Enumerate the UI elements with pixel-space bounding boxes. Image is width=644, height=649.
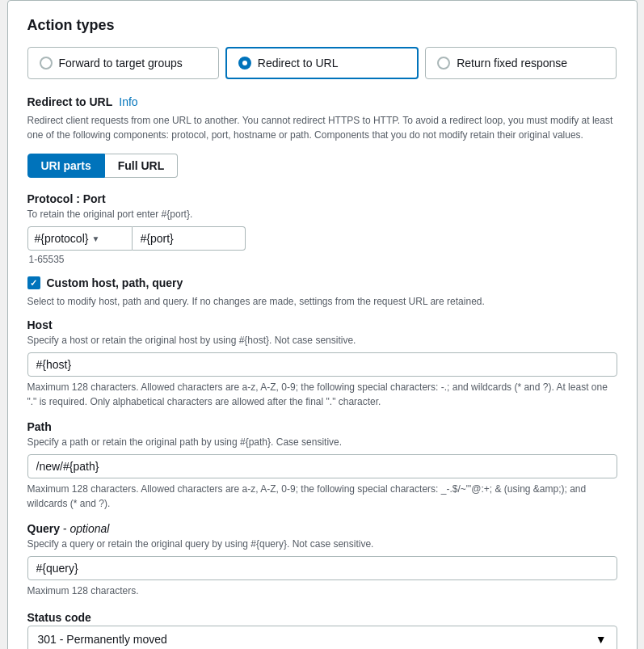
query-label-row: Query - optional: [27, 522, 617, 535]
radio-fixed-icon: [437, 57, 450, 70]
query-label-text: Query: [27, 522, 60, 535]
protocol-port-row: #{protocol} ▼: [27, 226, 617, 251]
query-optional-text: - optional: [63, 522, 110, 535]
info-link[interactable]: Info: [119, 95, 137, 108]
host-input[interactable]: [27, 352, 617, 377]
action-type-redirect-label: Redirect to URL: [258, 57, 339, 70]
path-section: Path Specify a path or retain the origin…: [27, 420, 617, 511]
query-section: Query - optional Specify a query or reta…: [27, 522, 617, 598]
protocol-value: #{protocol}: [35, 232, 89, 245]
query-input[interactable]: [27, 556, 617, 580]
action-types-panel: Action types Forward to target groups Re…: [7, 0, 638, 649]
action-type-forward-button[interactable]: Forward to target groups: [27, 47, 219, 79]
custom-host-desc: Select to modify host, path and query. I…: [27, 294, 617, 309]
action-type-fixed-label: Return fixed response: [457, 57, 567, 70]
custom-host-label: Custom host, path, query: [47, 276, 183, 289]
panel-title: Action types: [27, 17, 617, 34]
action-type-forward-label: Forward to target groups: [59, 57, 183, 70]
radio-forward-icon: [40, 57, 53, 70]
redirect-section-label: Redirect to URL: [27, 95, 113, 108]
protocol-port-hint: To retain the original port enter #{port…: [27, 207, 617, 221]
radio-redirect-icon: [238, 57, 251, 70]
protocol-port-label: Protocol : Port: [27, 192, 617, 205]
custom-host-checkbox-row: Custom host, path, query: [27, 276, 617, 289]
port-input[interactable]: [133, 226, 246, 251]
host-hint: Specify a host or retain the original ho…: [27, 333, 617, 348]
action-types-row: Forward to target groups Redirect to URL…: [27, 47, 617, 79]
query-hint: Specify a query or retain the original q…: [27, 537, 617, 551]
port-range-hint: 1-65535: [27, 254, 617, 265]
path-input-hint: Maximum 128 characters. Allowed characte…: [27, 482, 617, 511]
path-label: Path: [27, 420, 617, 433]
tab-row: URI parts Full URL: [27, 154, 617, 178]
action-type-redirect-button[interactable]: Redirect to URL: [225, 47, 419, 79]
status-dropdown-arrow-icon: ▼: [596, 633, 607, 646]
redirect-description: Redirect client requests from one URL to…: [27, 113, 617, 142]
protocol-dropdown-arrow-icon: ▼: [91, 234, 99, 243]
redirect-header: Redirect to URL Info: [27, 95, 617, 108]
protocol-select[interactable]: #{protocol} ▼: [27, 226, 133, 251]
query-input-hint: Maximum 128 characters.: [27, 584, 617, 598]
action-type-fixed-button[interactable]: Return fixed response: [425, 47, 617, 79]
protocol-port-section: Protocol : Port To retain the original p…: [27, 192, 617, 265]
host-input-hint: Maximum 128 characters. Allowed characte…: [27, 380, 617, 409]
tab-uri-parts[interactable]: URI parts: [27, 154, 105, 178]
query-label: Query - optional: [27, 522, 110, 535]
custom-host-checkbox[interactable]: [27, 276, 40, 289]
path-input[interactable]: [27, 454, 617, 478]
tab-full-url[interactable]: Full URL: [105, 154, 179, 178]
status-code-select[interactable]: 301 - Permanently moved ▼: [27, 626, 617, 649]
path-hint: Specify a path or retain the original pa…: [27, 435, 617, 449]
status-code-section: Status code 301 - Permanently moved ▼: [27, 611, 617, 649]
host-label: Host: [27, 318, 617, 331]
status-code-value: 301 - Permanently moved: [38, 633, 167, 646]
status-code-label: Status code: [27, 611, 617, 624]
host-section: Host Specify a host or retain the origin…: [27, 318, 617, 409]
